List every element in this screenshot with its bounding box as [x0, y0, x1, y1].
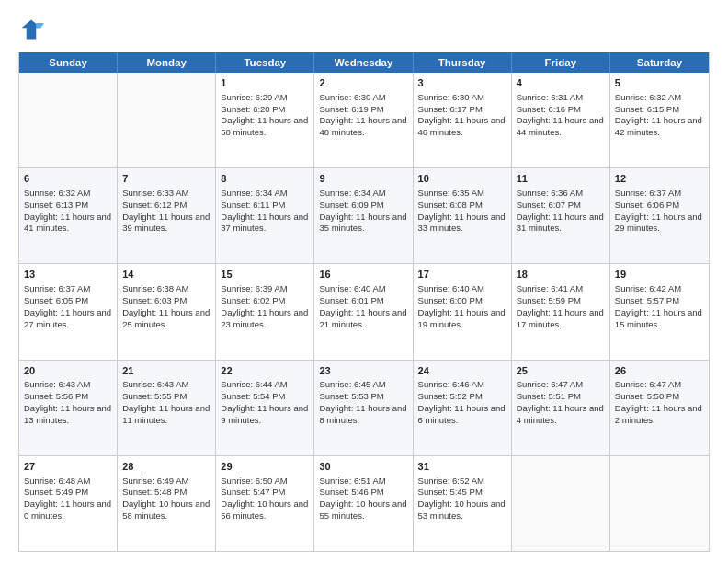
sunset-text: Sunset: 5:54 PM [221, 391, 285, 401]
sunset-text: Sunset: 6:06 PM [615, 200, 679, 210]
daylight-text: Daylight: 11 hours and 39 minutes. [122, 212, 210, 234]
daylight-text: Daylight: 11 hours and 41 minutes. [24, 212, 111, 234]
day-number: 10 [418, 172, 506, 186]
day-14: 14Sunrise: 6:38 AMSunset: 6:03 PMDayligh… [118, 264, 216, 359]
daylight-text: Daylight: 11 hours and 42 minutes. [615, 115, 702, 137]
sunrise-text: Sunrise: 6:30 AM [319, 92, 385, 102]
sunset-text: Sunset: 6:17 PM [418, 104, 483, 114]
day-31: 31Sunrise: 6:52 AMSunset: 5:45 PMDayligh… [414, 456, 512, 551]
sunset-text: Sunset: 5:50 PM [615, 391, 679, 401]
day-number: 23 [319, 364, 407, 378]
sunrise-text: Sunrise: 6:35 AM [418, 188, 484, 198]
week-4: 20Sunrise: 6:43 AMSunset: 5:56 PMDayligh… [19, 361, 709, 456]
day-number: 27 [24, 460, 112, 474]
sunrise-text: Sunrise: 6:34 AM [221, 188, 287, 198]
day-number: 30 [319, 460, 407, 474]
daylight-text: Daylight: 11 hours and 21 minutes. [319, 307, 406, 329]
day-number: 31 [418, 460, 506, 474]
sunset-text: Sunset: 6:02 PM [221, 295, 285, 305]
daylight-text: Daylight: 10 hours and 53 minutes. [418, 499, 506, 521]
day-number: 25 [517, 364, 605, 378]
daylight-text: Daylight: 11 hours and 13 minutes. [24, 403, 111, 425]
day-26: 26Sunrise: 6:47 AMSunset: 5:50 PMDayligh… [610, 361, 709, 455]
sunset-text: Sunset: 5:56 PM [24, 391, 88, 401]
day-number: 7 [122, 172, 210, 186]
daylight-text: Daylight: 11 hours and 29 minutes. [615, 212, 702, 234]
day-21: 21Sunrise: 6:43 AMSunset: 5:55 PMDayligh… [118, 361, 216, 455]
sunrise-text: Sunrise: 6:43 AM [24, 379, 90, 389]
svg-marker-1 [36, 23, 44, 28]
daylight-text: Daylight: 11 hours and 0 minutes. [24, 499, 111, 521]
sunset-text: Sunset: 5:49 PM [24, 487, 88, 497]
sunrise-text: Sunrise: 6:47 AM [517, 379, 583, 389]
daylight-text: Daylight: 11 hours and 25 minutes. [122, 307, 210, 329]
sunrise-text: Sunrise: 6:50 AM [221, 476, 287, 486]
sunrise-text: Sunrise: 6:49 AM [122, 476, 188, 486]
sunset-text: Sunset: 6:11 PM [221, 200, 285, 210]
calendar-header: SundayMondayTuesdayWednesdayThursdayFrid… [19, 52, 709, 73]
sunset-text: Sunset: 6:20 PM [221, 104, 285, 114]
sunrise-text: Sunrise: 6:32 AM [24, 188, 90, 198]
sunset-text: Sunset: 5:59 PM [517, 295, 581, 305]
day-3: 3Sunrise: 6:30 AMSunset: 6:17 PMDaylight… [414, 73, 512, 167]
sunrise-text: Sunrise: 6:38 AM [122, 283, 188, 293]
sunrise-text: Sunrise: 6:29 AM [221, 92, 287, 102]
sunrise-text: Sunrise: 6:37 AM [615, 188, 681, 198]
day-number: 26 [615, 364, 704, 378]
day-23: 23Sunrise: 6:45 AMSunset: 5:53 PMDayligh… [314, 361, 413, 455]
sunrise-text: Sunrise: 6:46 AM [418, 379, 484, 389]
sunset-text: Sunset: 5:48 PM [122, 487, 187, 497]
calendar-body: 1Sunrise: 6:29 AMSunset: 6:20 PMDaylight… [19, 73, 709, 551]
sunset-text: Sunset: 6:13 PM [24, 200, 88, 210]
sunrise-text: Sunrise: 6:45 AM [319, 379, 385, 389]
day-number: 16 [319, 268, 407, 282]
sunset-text: Sunset: 6:08 PM [418, 200, 483, 210]
day-number: 19 [615, 268, 704, 282]
day-1: 1Sunrise: 6:29 AMSunset: 6:20 PMDaylight… [216, 73, 314, 167]
sunrise-text: Sunrise: 6:30 AM [418, 92, 484, 102]
sunrise-text: Sunrise: 6:34 AM [319, 188, 385, 198]
day-number: 8 [221, 172, 309, 186]
daylight-text: Daylight: 11 hours and 8 minutes. [319, 403, 406, 425]
week-3: 13Sunrise: 6:37 AMSunset: 6:05 PMDayligh… [19, 264, 709, 360]
empty-cell [19, 73, 118, 167]
day-2: 2Sunrise: 6:30 AMSunset: 6:19 PMDaylight… [314, 73, 413, 167]
day-number: 5 [615, 76, 704, 90]
sunset-text: Sunset: 6:01 PM [319, 295, 383, 305]
sunset-text: Sunset: 5:47 PM [221, 487, 285, 497]
daylight-text: Daylight: 11 hours and 33 minutes. [418, 212, 506, 234]
sunset-text: Sunset: 5:46 PM [319, 487, 383, 497]
day-18: 18Sunrise: 6:41 AMSunset: 5:59 PMDayligh… [512, 264, 610, 359]
daylight-text: Daylight: 11 hours and 6 minutes. [418, 403, 506, 425]
header [18, 17, 710, 42]
sunset-text: Sunset: 5:45 PM [418, 487, 483, 497]
sunset-text: Sunset: 6:03 PM [122, 295, 187, 305]
page: SundayMondayTuesdayWednesdayThursdayFrid… [0, 0, 728, 563]
day-4: 4Sunrise: 6:31 AMSunset: 6:16 PMDaylight… [512, 73, 610, 167]
day-8: 8Sunrise: 6:34 AMSunset: 6:11 PMDaylight… [216, 168, 314, 263]
day-25: 25Sunrise: 6:47 AMSunset: 5:51 PMDayligh… [512, 361, 610, 455]
daylight-text: Daylight: 11 hours and 11 minutes. [122, 403, 210, 425]
day-7: 7Sunrise: 6:33 AMSunset: 6:12 PMDaylight… [118, 168, 216, 263]
daylight-text: Daylight: 10 hours and 55 minutes. [319, 499, 406, 521]
sunrise-text: Sunrise: 6:37 AM [24, 283, 90, 293]
week-2: 6Sunrise: 6:32 AMSunset: 6:13 PMDaylight… [19, 168, 709, 264]
empty-cell [512, 456, 610, 551]
sunrise-text: Sunrise: 6:39 AM [221, 283, 287, 293]
sunset-text: Sunset: 6:16 PM [517, 104, 581, 114]
day-number: 24 [418, 364, 506, 378]
day-22: 22Sunrise: 6:44 AMSunset: 5:54 PMDayligh… [216, 361, 314, 455]
day-number: 22 [221, 364, 309, 378]
day-number: 18 [517, 268, 605, 282]
header-tuesday: Tuesday [216, 52, 314, 73]
header-wednesday: Wednesday [314, 52, 413, 73]
day-24: 24Sunrise: 6:46 AMSunset: 5:52 PMDayligh… [414, 361, 512, 455]
day-12: 12Sunrise: 6:37 AMSunset: 6:06 PMDayligh… [610, 168, 709, 263]
daylight-text: Daylight: 10 hours and 56 minutes. [221, 499, 308, 521]
day-number: 3 [418, 76, 506, 90]
day-17: 17Sunrise: 6:40 AMSunset: 6:00 PMDayligh… [414, 264, 512, 359]
daylight-text: Daylight: 11 hours and 44 minutes. [517, 115, 604, 137]
daylight-text: Daylight: 11 hours and 27 minutes. [24, 307, 111, 329]
day-number: 15 [221, 268, 309, 282]
sunrise-text: Sunrise: 6:40 AM [418, 283, 484, 293]
